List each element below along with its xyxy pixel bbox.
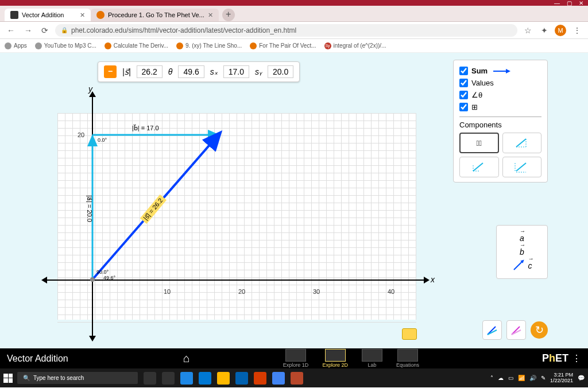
sum-arrow-icon xyxy=(493,71,507,72)
store-icon[interactable] xyxy=(235,372,248,385)
tab-vector-addition[interactable]: Vector Addition ✕ xyxy=(5,9,91,21)
extension-icon[interactable]: ✦ xyxy=(539,26,550,35)
vector-a-label: |a⃗| = 20.0 xyxy=(86,195,93,222)
create-vector-b[interactable]: b xyxy=(502,245,541,259)
tab-chegg[interactable]: Procedure 1. Go To The Phet Ve... ✕ xyxy=(91,9,219,21)
new-tab-button[interactable]: + xyxy=(222,9,235,21)
profile-avatar[interactable]: M xyxy=(555,25,566,36)
svg-line-0 xyxy=(516,139,526,147)
y-axis-arrow-down xyxy=(89,336,96,341)
office-icon[interactable] xyxy=(254,372,266,385)
tray-up-icon[interactable]: ˄ xyxy=(490,375,493,381)
components-projection-button[interactable] xyxy=(502,157,542,177)
star-icon[interactable]: ☆ xyxy=(522,26,534,35)
magnitude-label: |s⃗| xyxy=(122,67,131,76)
grid: /* generated below via JS for brevity */ xyxy=(57,113,416,320)
cortana-icon[interactable] xyxy=(144,372,156,385)
reset-button[interactable]: ↻ xyxy=(531,321,548,339)
groove-icon[interactable] xyxy=(180,372,193,385)
components-none-button[interactable]: 👁⃠ xyxy=(459,133,499,153)
url-text: phet.colorado.edu/sims/html/vector-addit… xyxy=(71,26,296,34)
values-checkbox[interactable]: Values xyxy=(459,77,541,89)
vector-b-label: |b⃗| = 17.0 xyxy=(132,125,159,132)
chrome-icon[interactable] xyxy=(272,372,285,385)
menu-icon[interactable]: ⋮ xyxy=(571,26,583,35)
pen-icon[interactable]: ✎ xyxy=(541,375,546,381)
theta-value: 49.6 xyxy=(178,65,204,78)
phet-menu-icon[interactable]: ⋮ xyxy=(572,353,581,364)
explorer-icon[interactable] xyxy=(217,372,230,385)
sx-label: sₓ xyxy=(210,67,218,76)
angle-a-label: 90.0° xyxy=(96,269,109,275)
onedrive-icon[interactable]: ☁ xyxy=(498,375,504,381)
components-parallelogram-button[interactable] xyxy=(459,157,499,177)
forward-icon[interactable]: → xyxy=(22,26,34,35)
screen-equations[interactable]: Equations xyxy=(389,348,426,369)
y-tick-20: 20 xyxy=(78,131,84,138)
vector-set-1-button[interactable] xyxy=(482,320,502,340)
tab-close-icon[interactable]: ✕ xyxy=(208,11,213,19)
x-axis xyxy=(46,280,425,281)
powerpoint-icon[interactable] xyxy=(291,372,303,385)
x-tick-20: 20 xyxy=(238,288,245,295)
taskview-icon[interactable] xyxy=(162,372,175,385)
tab-favicon xyxy=(10,11,18,19)
bookmarks-bar: Apps YouTube to Mp3 C... Calculate The D… xyxy=(0,39,588,53)
screen-lab[interactable]: Lab xyxy=(355,348,389,369)
x-axis-arrow-right xyxy=(424,277,430,284)
bookmark-pair[interactable]: For The Pair Of Vect... xyxy=(250,42,316,49)
bookmark-icon: Sy xyxy=(324,42,331,49)
address-bar[interactable]: 🔒 phet.colorado.edu/sims/html/vector-add… xyxy=(55,24,517,37)
vector-creator-panel: a b c xyxy=(496,225,548,279)
create-vector-c[interactable]: c xyxy=(502,259,541,273)
sim-title: Vector Addition xyxy=(7,354,68,364)
bookmark-calc[interactable]: Calculate The Deriv... xyxy=(105,42,168,49)
screen-tabs: Explore 1D Explore 2D Lab Equations xyxy=(276,348,426,369)
back-icon[interactable]: ← xyxy=(5,26,17,35)
wifi-icon[interactable]: 📶 xyxy=(518,375,525,381)
phet-logo[interactable]: PhET xyxy=(542,352,568,364)
window-controls: — ▢ ✕ xyxy=(0,0,588,6)
bookmark-line[interactable]: 9. (xy) The Line Sho... xyxy=(176,42,242,49)
screen-explore-2d[interactable]: Explore 2D xyxy=(315,348,355,369)
svg-line-3 xyxy=(473,163,483,171)
volume-icon[interactable]: 🔊 xyxy=(529,375,536,381)
close-icon[interactable]: ✕ xyxy=(579,0,583,6)
home-icon[interactable]: ⌂ xyxy=(183,352,190,365)
taskbar-search[interactable]: 🔍Type here to search xyxy=(17,372,138,384)
start-button[interactable] xyxy=(3,374,13,383)
taskbar-clock[interactable]: 3:21 PM 1/22/2021 xyxy=(550,372,573,384)
bookmark-integral[interactable]: Syintegral of (e^(2x))/... xyxy=(324,42,386,49)
theta-label: θ xyxy=(168,67,173,76)
sum-checkbox[interactable]: Sum xyxy=(459,65,541,77)
x-axis-arrow-left xyxy=(41,277,47,284)
x-axis-label: x xyxy=(431,275,435,284)
angle-s-label: 49.6° xyxy=(103,275,115,281)
bookmark-icon xyxy=(105,42,111,49)
apps-button[interactable]: Apps xyxy=(5,42,27,49)
search-icon: 🔍 xyxy=(23,375,30,381)
vector-set-2-button[interactable] xyxy=(506,320,526,340)
angle-checkbox[interactable]: ∠θ xyxy=(459,89,541,101)
bookmark-youtube[interactable]: YouTube to Mp3 C... xyxy=(35,42,96,49)
tab-favicon xyxy=(96,11,105,19)
screen-explore-1d[interactable]: Explore 1D xyxy=(276,348,316,369)
notifications-icon[interactable]: 💬 xyxy=(578,375,585,381)
maximize-icon[interactable]: ▢ xyxy=(567,0,572,6)
tab-title: Procedure 1. Go To The Phet Ve... xyxy=(108,11,204,18)
grid-checkbox[interactable]: ⊞ xyxy=(459,101,541,113)
edge-icon[interactable] xyxy=(199,372,211,385)
tab-title: Vector Addition xyxy=(22,11,64,18)
components-triangle-button[interactable] xyxy=(502,133,542,153)
minimize-icon[interactable]: — xyxy=(554,0,560,6)
sy-label: sᵧ xyxy=(255,67,262,76)
lock-icon: 🔒 xyxy=(61,27,68,33)
eraser-button[interactable] xyxy=(402,328,417,340)
y-axis-label: y xyxy=(88,84,92,94)
tab-close-icon[interactable]: ✕ xyxy=(80,11,85,19)
reload-icon[interactable]: ⟳ xyxy=(39,26,51,35)
battery-icon[interactable]: ▭ xyxy=(508,375,513,381)
remove-vector-button[interactable]: − xyxy=(104,65,117,78)
magnitude-value: 26.2 xyxy=(137,65,163,78)
graph-area[interactable]: /* generated below via JS for brevity */… xyxy=(46,96,425,337)
